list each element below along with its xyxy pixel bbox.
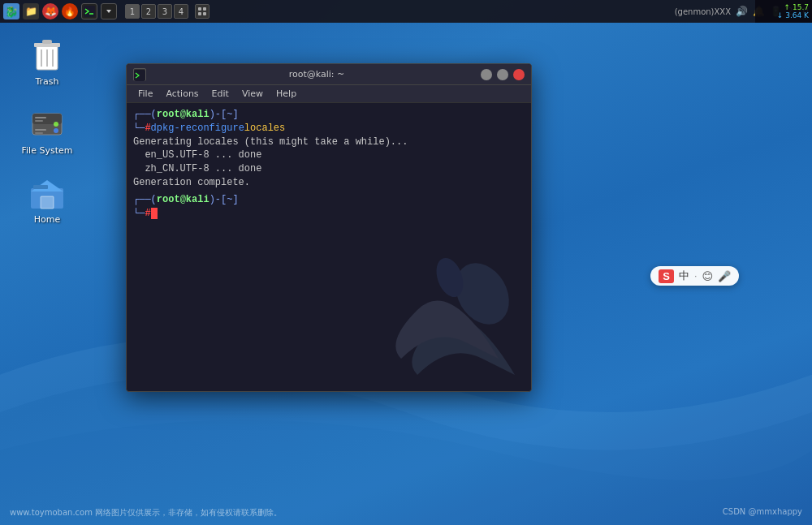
taskbar-left: 🐉 📁 🦊 🔥 1 2 3 4 [0,3,209,19]
terminal-line-2b: └─# [133,207,525,221]
home-icon-img [28,174,67,213]
workspace-switcher: 1 2 3 4 [125,4,188,19]
workspace-1[interactable]: 1 [125,4,140,19]
menu-file[interactable]: File [132,87,159,101]
prompt2-dir-close: ] [232,193,238,207]
menu-view[interactable]: View [235,87,270,101]
filesystem-icon-img [28,105,67,144]
terminal-titlebar: root@kali: ~ [127,64,531,85]
svg-rect-19 [35,129,46,131]
svg-rect-3 [198,7,201,11]
sys-monitor: ↑ 15.7 ↓ 3.64 K [755,0,812,23]
svg-point-27 [431,254,468,300]
emoji-label[interactable]: 😊 [702,270,713,282]
kali-menu-icon[interactable]: 🐉 [3,3,19,19]
svg-point-26 [445,253,520,334]
terminal-body[interactable]: ┌──(root@kali)-[~] └─# dpkg-reconfigure … [127,103,531,391]
svg-rect-6 [203,12,206,15]
terminal-controls [481,69,525,80]
watermark-right: CSDN @mmxhappy [723,507,802,519]
svg-rect-16 [35,117,46,118]
prompt2-corner: └─ [133,207,145,221]
prompt-hash: # [145,122,150,136]
terminal-output-1: Generating locales (this might take a wh… [133,136,525,149]
cmd-text: dpkg-reconfigure [151,122,244,136]
menu-help[interactable]: Help [270,87,303,101]
prompt2-host: kali [186,193,209,207]
input-method-widget[interactable]: S 中 · 😊 🎤 [650,266,739,286]
svg-rect-9 [42,40,52,44]
filesystem-icon-svg [30,107,64,141]
menu-edit[interactable]: Edit [205,87,235,101]
terminal-icon[interactable] [81,3,97,19]
prompt-dir: ~ [227,108,232,122]
file-manager-icon[interactable]: 📁 [23,3,39,19]
trash-icon-img [28,36,67,75]
filesystem-label: File System [22,145,73,157]
terminal-output-4: Generation complete. [133,176,525,190]
terminal-window: root@kali: ~ File Actions Edit View Help… [126,63,532,392]
maximize-button[interactable] [497,69,508,80]
desktop-icon-trash[interactable]: Trash [15,32,80,91]
kali-dragon-watermark [369,229,531,391]
svg-rect-20 [35,132,43,134]
dropdown-icon-svg [103,6,114,17]
dot1-label: · [694,271,698,282]
close-button[interactable] [513,69,525,80]
terminal-dropdown-icon[interactable] [101,3,117,19]
svg-rect-23 [41,196,54,209]
menu-actions[interactable]: Actions [159,87,205,101]
prompt2-at: @ [180,193,186,207]
terminal-title-icon [133,68,146,81]
minimize-button[interactable] [481,69,492,80]
prompt2-bracket-close: )-[ [209,193,227,207]
sysmon-label: (genmon)XXX [675,7,731,16]
svg-rect-5 [198,12,201,15]
terminal-icon-svg [84,6,95,17]
prompt2-user: root [157,193,180,207]
terminal-line-2a: ┌──(root@kali)-[~] [133,193,525,207]
prompt2-bracket-open: ┌──( [133,193,157,207]
desktop-icon-home[interactable]: Home [15,170,80,229]
svg-point-15 [54,122,58,127]
burpsuite-icon[interactable]: 🔥 [62,3,78,19]
apps-icon [197,6,207,16]
prompt-host: kali [186,108,209,122]
workspace-2[interactable]: 2 [141,4,156,19]
terminal-line-2: ┌──(root@kali)-[~] └─# [133,193,525,221]
trash-label: Trash [35,76,58,88]
svg-marker-2 [106,10,111,13]
svg-rect-4 [203,7,206,11]
terminal-output-3: zh_CN.UTF-8 ... done [133,162,525,176]
prompt2-hash: # [145,207,150,221]
home-label: Home [34,214,60,226]
firefox-icon[interactable]: 🦊 [42,3,58,19]
cmd-arg: locales [244,122,285,136]
prompt-dir-close: ] [232,108,238,122]
taskbar: 🐉 📁 🦊 🔥 1 2 3 4 [0,0,812,23]
svg-rect-17 [35,120,43,122]
prompt2-dir: ~ [227,193,232,207]
workspace-apps[interactable] [195,4,209,19]
home-icon-svg [29,175,65,211]
upload-speed: ↑ 15.7 [784,3,809,11]
svg-point-18 [54,128,58,133]
terminal-line-1: ┌──(root@kali)-[~] [133,108,525,122]
speaker-icon[interactable]: 🔊 [736,6,748,17]
prompt-bracket-close: )-[ [209,108,227,122]
dragon-svg [369,229,531,391]
zh-label: 中 [679,269,689,283]
mic-label[interactable]: 🎤 [718,270,731,282]
terminal-title-text: root@kali: ~ [153,69,481,80]
prompt-corner: └─ [133,122,145,136]
workspace-3[interactable]: 3 [158,4,172,19]
watermark-left: www.toymoban.com 网络图片仅供展示，非存储，如有侵权请联系删除。 [10,507,282,519]
trash-icon-svg [30,36,64,75]
desktop-icon-filesystem[interactable]: File System [15,101,80,160]
prompt-bracket-open: ┌──( [133,108,157,122]
terminal-line-1b: └─# dpkg-reconfigure locales [133,122,525,136]
svg-rect-22 [33,185,48,189]
terminal-output-2: en_US.UTF-8 ... done [133,148,525,162]
download-speed: ↓ 3.64 K [777,11,809,19]
workspace-4[interactable]: 4 [174,4,188,19]
